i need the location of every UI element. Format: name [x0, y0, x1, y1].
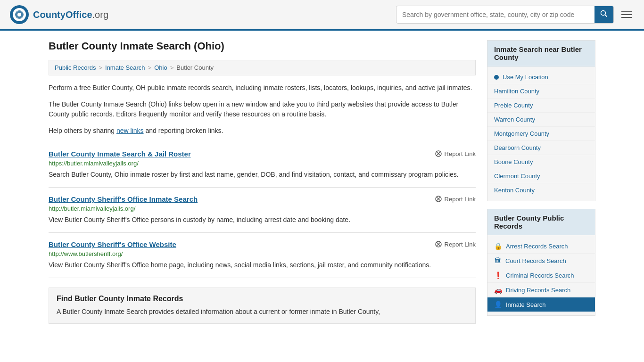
report-icon [435, 195, 442, 203]
sidebar-public-record-item[interactable]: 🚗Driving Records Search [487, 283, 595, 297]
sidebar-nearby-county[interactable]: Kenton County [487, 183, 595, 197]
link-card-url: http://www.butlersheriff.org/ [49, 250, 476, 257]
desc3-post: and reporting broken links. [144, 127, 223, 134]
breadcrumb-sep-3: > [170, 64, 174, 71]
breadcrumb-public-records[interactable]: Public Records [55, 64, 96, 71]
sidebar-record-icon: ❗ [494, 272, 502, 279]
sidebar-public-records-body: 🔒Arrest Records Search🏛Court Records Sea… [487, 235, 595, 315]
sidebar-public-record-item[interactable]: 👤Inmate Search [487, 297, 595, 312]
sidebar-nearby-section: Inmate Search near Butler County Use My … [487, 40, 595, 201]
nearby-counties-list: Hamilton CountyPreble CountyWarren Count… [487, 84, 595, 197]
header-right [396, 6, 635, 24]
sidebar-nearby-county[interactable]: Montgomery County [487, 127, 595, 141]
report-icon [435, 240, 442, 248]
public-records-list: 🔒Arrest Records Search🏛Court Records Sea… [487, 239, 595, 312]
main-content: Butler County Inmate Search (Ohio) Publi… [49, 40, 476, 324]
page-title: Butler County Inmate Search (Ohio) [49, 40, 476, 52]
sidebar-record-icon: 🏛 [494, 257, 502, 264]
breadcrumb-inmate-search[interactable]: Inmate Search [105, 64, 145, 71]
breadcrumb: Public Records > Inmate Search > Ohio > … [49, 60, 476, 75]
link-card-desc: View Butler County Sheriff's Office pers… [49, 215, 476, 225]
link-card-url: http://butler.miamivalleyjails.org/ [49, 205, 476, 212]
report-link[interactable]: Report Link [435, 195, 476, 203]
sidebar-nearby-body: Use My Location Hamilton CountyPreble Co… [487, 66, 595, 201]
svg-line-5 [605, 15, 607, 17]
link-card-header: Butler County Sheriff's Office Website R… [49, 240, 476, 248]
description-3: Help others by sharing new links and rep… [49, 126, 476, 136]
site-header: CountyOffice.org [0, 0, 644, 31]
sidebar-record-label: Inmate Search [506, 301, 546, 308]
sidebar-nearby-county[interactable]: Boone County [487, 155, 595, 169]
report-link[interactable]: Report Link [435, 150, 476, 157]
menu-line-1 [621, 11, 632, 12]
sidebar-record-label: Arrest Records Search [506, 243, 568, 250]
sidebar-public-records-title: Butler County Public Records [487, 209, 595, 235]
sidebar-record-label: Criminal Records Search [506, 272, 574, 279]
sidebar-nearby-county[interactable]: Preble County [487, 99, 595, 113]
sidebar-public-record-item[interactable]: 🏛Court Records Search [487, 254, 595, 268]
description-1: Perform a free Butler County, OH public … [49, 83, 476, 93]
logo-text: CountyOffice.org [33, 9, 108, 20]
sidebar-nearby-title: Inmate Search near Butler County [487, 41, 595, 66]
link-card-title[interactable]: Butler County Sheriff's Office Website [49, 240, 176, 248]
sidebar-record-label: Court Records Search [505, 257, 566, 264]
use-location-label: Use My Location [503, 74, 548, 81]
menu-line-2 [621, 14, 632, 15]
sidebar: Inmate Search near Butler County Use My … [487, 40, 595, 324]
desc3-pre: Help others by sharing [49, 127, 116, 134]
link-card-title[interactable]: Butler County Inmate Search & Jail Roste… [49, 150, 191, 158]
menu-button[interactable] [619, 8, 635, 21]
sidebar-record-icon: 🔒 [494, 242, 502, 250]
sidebar-nearby-county[interactable]: Hamilton County [487, 84, 595, 99]
link-card-url: https://butler.miamivalleyjails.org/ [49, 160, 476, 167]
link-card-header: Butler County Inmate Search & Jail Roste… [49, 150, 476, 158]
search-icon [600, 10, 608, 17]
search-button[interactable] [594, 6, 613, 23]
new-links-link[interactable]: new links [116, 127, 144, 134]
link-card-header: Butler County Sheriff's Office Inmate Se… [49, 195, 476, 203]
link-card-title[interactable]: Butler County Sheriff's Office Inmate Se… [49, 195, 198, 203]
sidebar-record-label: Driving Records Search [506, 287, 570, 294]
sidebar-public-record-item[interactable]: ❗Criminal Records Search [487, 268, 595, 283]
logo-area[interactable]: CountyOffice.org [9, 5, 108, 25]
find-section-desc: A Butler County Inmate Search provides d… [57, 307, 468, 317]
sidebar-nearby-county[interactable]: Clermont County [487, 169, 595, 183]
find-section: Find Butler County Inmate Records A Butl… [49, 288, 476, 324]
sidebar-record-icon: 👤 [494, 301, 502, 308]
breadcrumb-sep-1: > [99, 64, 102, 71]
link-card-desc: Search Butler County, Ohio inmate roster… [49, 170, 476, 180]
report-icon [435, 150, 442, 157]
link-cards: Butler County Inmate Search & Jail Roste… [49, 142, 476, 278]
logo-icon [9, 5, 29, 25]
search-bar [396, 6, 614, 24]
breadcrumb-sep-2: > [148, 64, 152, 71]
description-2: The Butler County Inmate Search (Ohio) l… [49, 99, 476, 119]
menu-line-3 [621, 17, 632, 18]
sidebar-record-icon: 🚗 [494, 286, 502, 294]
sidebar-public-records-section: Butler County Public Records 🔒Arrest Rec… [487, 209, 595, 316]
page-container: Butler County Inmate Search (Ohio) Publi… [39, 31, 605, 333]
breadcrumb-current: Butler County [176, 64, 214, 71]
use-location[interactable]: Use My Location [487, 70, 595, 84]
link-card: Butler County Inmate Search & Jail Roste… [49, 142, 476, 188]
search-input[interactable] [396, 7, 594, 22]
svg-point-4 [601, 11, 606, 16]
location-dot-icon [494, 75, 499, 80]
sidebar-public-record-item[interactable]: 🔒Arrest Records Search [487, 239, 595, 254]
link-card-desc: View Butler County Sheriff's Office home… [49, 260, 476, 270]
link-card: Butler County Sheriff's Office Website R… [49, 233, 476, 278]
report-link[interactable]: Report Link [435, 240, 476, 248]
sidebar-nearby-county[interactable]: Dearborn County [487, 141, 595, 155]
find-section-title: Find Butler County Inmate Records [57, 295, 468, 303]
sidebar-nearby-county[interactable]: Warren County [487, 113, 595, 127]
breadcrumb-ohio[interactable]: Ohio [154, 64, 167, 71]
link-card: Butler County Sheriff's Office Inmate Se… [49, 188, 476, 233]
